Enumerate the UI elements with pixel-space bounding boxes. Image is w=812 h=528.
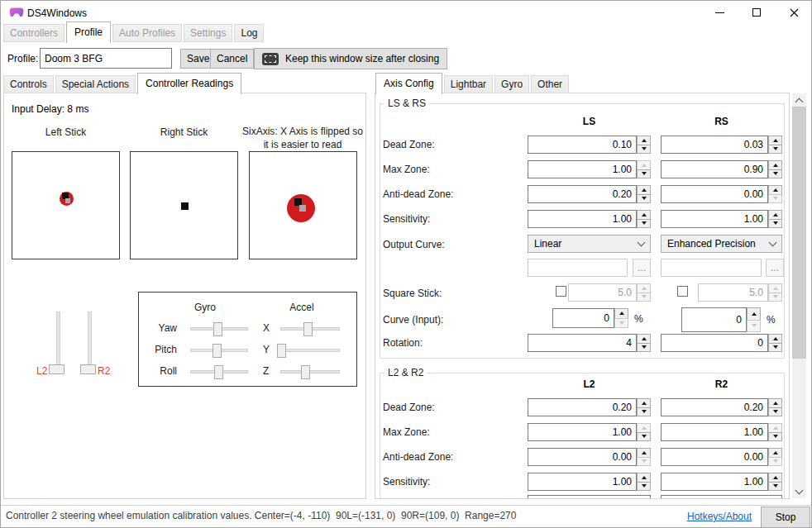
- r2-anti-dead-zone-spinner[interactable]: [768, 448, 782, 466]
- rs-rotation-spinner[interactable]: [768, 334, 782, 352]
- ls-column-header: LS: [528, 116, 651, 127]
- yaw-slider-handle[interactable]: [213, 322, 222, 336]
- tab-log[interactable]: Log: [234, 24, 264, 42]
- rs-output-curve-select[interactable]: Enhanced Precision: [661, 235, 782, 253]
- l2-trigger-track[interactable]: [56, 312, 60, 369]
- profile-name-input[interactable]: [40, 48, 172, 69]
- spin-up-button[interactable]: [747, 307, 761, 321]
- tab-lightbar[interactable]: Lightbar: [444, 75, 493, 93]
- hotkeys-about-link[interactable]: Hotkeys/About: [687, 511, 752, 522]
- rs-max-zone-spinner[interactable]: [768, 160, 782, 178]
- ls-dead-zone-input[interactable]: 0.10: [528, 136, 637, 154]
- ls-rotation-input[interactable]: 4: [528, 334, 637, 352]
- rs-custom-curve-browse-button[interactable]: ...: [766, 259, 784, 277]
- l2-column-header: L2: [528, 378, 651, 390]
- cancel-button[interactable]: Cancel: [210, 49, 254, 69]
- ls-custom-curve-input[interactable]: [528, 259, 628, 277]
- spin-down-button[interactable]: [768, 432, 782, 442]
- tab-other[interactable]: Other: [531, 75, 569, 93]
- rs-max-zone-input[interactable]: 0.90: [661, 160, 768, 178]
- tab-profile[interactable]: Profile: [66, 21, 111, 43]
- scroll-down-button[interactable]: [792, 484, 806, 498]
- rs-custom-curve-input[interactable]: [661, 259, 762, 277]
- l2-max-zone-spinner[interactable]: [637, 423, 651, 441]
- rs-curve-input[interactable]: 0: [681, 307, 747, 332]
- spin-down-button[interactable]: [768, 343, 782, 353]
- ls-output-curve-select[interactable]: Linear: [528, 235, 651, 253]
- rs-dead-zone-input[interactable]: 0.03: [661, 136, 768, 154]
- rs-square-stick-checkbox[interactable]: [677, 286, 688, 297]
- l2-sensitivity-spinner[interactable]: [637, 473, 651, 491]
- ls-square-stick-spinner: [637, 283, 651, 302]
- rs-sensitivity-spinner[interactable]: [768, 210, 782, 228]
- l2-sensitivity-input[interactable]: 1.00: [528, 473, 637, 491]
- spin-down-button[interactable]: [637, 432, 651, 442]
- tab-controller-readings[interactable]: Controller Readings: [137, 73, 241, 94]
- ls-anti-dead-zone-input[interactable]: 0.20: [528, 185, 637, 203]
- r2-max-zone-spinner[interactable]: [768, 423, 782, 441]
- accel-y-slider-track[interactable]: [280, 349, 340, 352]
- minimize-button[interactable]: [709, 4, 730, 21]
- r2-sensitivity-input[interactable]: 1.00: [661, 473, 768, 491]
- rs-dead-zone-spinner[interactable]: [768, 136, 782, 154]
- spin-down-button[interactable]: [768, 219, 782, 229]
- l2-max-zone-input[interactable]: 1.00: [528, 423, 637, 441]
- pitch-slider-handle[interactable]: [213, 344, 222, 358]
- r2-max-zone-input[interactable]: 1.00: [661, 423, 768, 441]
- ls-max-zone-spinner[interactable]: [637, 160, 651, 178]
- keep-window-size-button[interactable]: Keep this window size after closing: [254, 48, 447, 69]
- accel-y-slider-handle[interactable]: [277, 344, 286, 358]
- r2-trigger-handle[interactable]: [80, 364, 96, 374]
- spin-down-button[interactable]: [768, 407, 782, 417]
- close-button[interactable]: [783, 4, 805, 21]
- r2-trigger-track[interactable]: [88, 312, 92, 369]
- ls-curve-spinner[interactable]: [614, 308, 628, 328]
- ls-anti-dead-zone-spinner[interactable]: [637, 185, 651, 203]
- l2-anti-dead-zone-input[interactable]: 0.00: [528, 448, 637, 466]
- r2-sensitivity-spinner[interactable]: [768, 473, 782, 491]
- spin-down-button[interactable]: [637, 343, 651, 353]
- spin-down-button[interactable]: [637, 145, 651, 155]
- tab-special-actions[interactable]: Special Actions: [55, 75, 136, 93]
- axis-config-scrollbar[interactable]: [792, 93, 806, 498]
- spin-down-button[interactable]: [637, 482, 651, 492]
- spin-down-button[interactable]: [637, 169, 651, 179]
- accel-z-slider-track[interactable]: [280, 370, 340, 373]
- ls-curve-input[interactable]: 0: [552, 308, 614, 328]
- rs-anti-dead-zone-input[interactable]: 0.00: [661, 185, 768, 203]
- accel-z-slider-handle[interactable]: [301, 365, 310, 379]
- tab-axis-config[interactable]: Axis Config: [375, 73, 442, 94]
- roll-slider-handle[interactable]: [214, 365, 223, 379]
- r2-dead-zone-spinner[interactable]: [768, 398, 782, 416]
- ls-sensitivity-spinner[interactable]: [637, 210, 651, 228]
- spin-down-button[interactable]: [637, 219, 651, 229]
- spin-down-button[interactable]: [637, 407, 651, 417]
- l2-dead-zone-input[interactable]: 0.20: [528, 398, 637, 416]
- spin-down-button[interactable]: [637, 194, 651, 204]
- ls-custom-curve-browse-button[interactable]: ...: [633, 259, 651, 277]
- l2-trigger-handle[interactable]: [49, 364, 64, 374]
- l2-anti-dead-zone-spinner[interactable]: [637, 448, 651, 466]
- maximize-button[interactable]: [746, 4, 767, 21]
- rs-sensitivity-input[interactable]: 1.00: [661, 210, 768, 228]
- scrollbar-thumb[interactable]: [792, 107, 806, 359]
- ls-square-stick-checkbox[interactable]: [556, 286, 566, 297]
- rs-rotation-input[interactable]: 0: [661, 334, 768, 352]
- spin-down-button[interactable]: [768, 482, 782, 492]
- ls-rotation-spinner[interactable]: [637, 334, 651, 352]
- rs-curve-spinner[interactable]: [747, 307, 761, 332]
- scroll-up-button[interactable]: [792, 93, 806, 107]
- r2-dead-zone-input[interactable]: 0.20: [661, 398, 768, 416]
- tab-gyro[interactable]: Gyro: [494, 75, 529, 93]
- spin-down-button[interactable]: [768, 145, 782, 155]
- tab-controls[interactable]: Controls: [3, 75, 54, 93]
- ls-max-zone-input[interactable]: 1.00: [528, 160, 637, 178]
- l2-dead-zone-spinner[interactable]: [637, 398, 651, 416]
- ls-dead-zone-spinner[interactable]: [637, 136, 651, 154]
- r2-anti-dead-zone-input[interactable]: 0.00: [661, 448, 768, 466]
- rs-anti-dead-zone-spinner[interactable]: [768, 185, 782, 203]
- stop-button[interactable]: Stop: [761, 507, 810, 528]
- accel-x-slider-handle[interactable]: [303, 322, 313, 336]
- ls-sensitivity-input[interactable]: 1.00: [528, 210, 637, 228]
- spin-down-button[interactable]: [768, 169, 782, 179]
